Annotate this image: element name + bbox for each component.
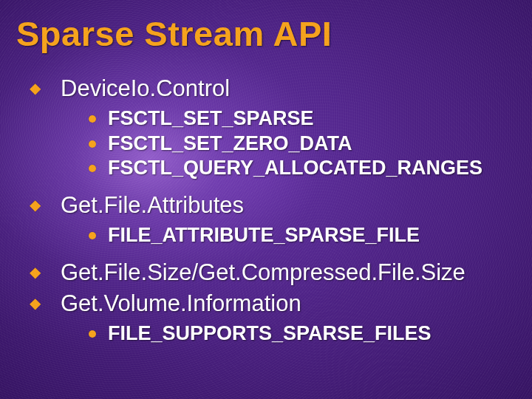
sub-list-item: FSCTL_SET_SPARSE xyxy=(86,106,517,132)
sub-list-item-label: FSCTL_SET_ZERO_DATA xyxy=(108,132,352,154)
list-item: Get.File.Attributes FILE_ATTRIBUTE_SPARS… xyxy=(30,191,517,248)
sub-list: FILE_SUPPORTS_SPARSE_FILES xyxy=(61,321,517,347)
list-item-label: Get.File.Attributes xyxy=(61,191,517,220)
list-item: Get.File.Size/Get.Compressed.File.Size xyxy=(30,259,517,287)
sub-list-item: FILE_SUPPORTS_SPARSE_FILES xyxy=(86,321,517,347)
sub-list-item-label: FILE_ATTRIBUTE_SPARSE_FILE xyxy=(108,224,420,246)
list-item-label: Get.File.Size/Get.Compressed.File.Size xyxy=(61,259,517,287)
list-item-label: DeviceIo.Control xyxy=(61,75,517,103)
sub-list-item: FSCTL_QUERY_ALLOCATED_RANGES xyxy=(86,156,517,181)
slide: Sparse Stream API DeviceIo.Control FSCTL… xyxy=(0,0,532,399)
sub-list-item-label: FSCTL_QUERY_ALLOCATED_RANGES xyxy=(108,157,482,179)
sub-list: FSCTL_SET_SPARSE FSCTL_SET_ZERO_DATA FSC… xyxy=(61,106,517,181)
sub-list: FILE_ATTRIBUTE_SPARSE_FILE xyxy=(61,223,517,248)
list-item: DeviceIo.Control FSCTL_SET_SPARSE FSCTL_… xyxy=(30,75,517,181)
sub-list-item: FSCTL_SET_ZERO_DATA xyxy=(86,132,517,157)
list-item-label: Get.Volume.Information xyxy=(61,290,517,318)
sub-list-item-label: FILE_SUPPORTS_SPARSE_FILES xyxy=(108,322,432,344)
list-item: Get.Volume.Information FILE_SUPPORTS_SPA… xyxy=(30,290,517,347)
sub-list-item-label: FSCTL_SET_SPARSE xyxy=(108,107,314,129)
sub-list-item: FILE_ATTRIBUTE_SPARSE_FILE xyxy=(86,223,517,248)
bullet-list: DeviceIo.Control FSCTL_SET_SPARSE FSCTL_… xyxy=(16,75,517,347)
slide-title: Sparse Stream API xyxy=(16,13,517,54)
